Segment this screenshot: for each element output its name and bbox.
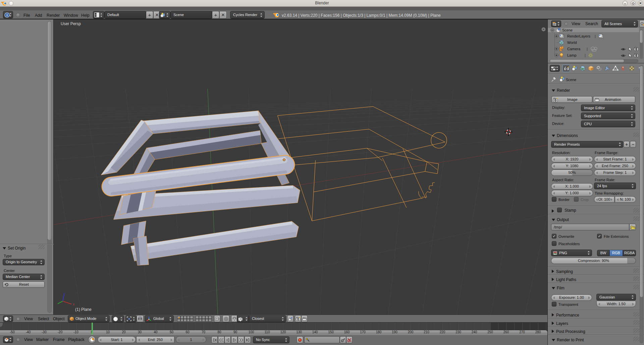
svg-text:|: | (595, 34, 596, 38)
svg-text:i: i (6, 13, 7, 17)
svg-text:x: x (73, 302, 74, 306)
svg-text:Scene: Scene (566, 78, 576, 82)
svg-text:Scene: Scene (562, 28, 573, 32)
svg-text:Camera: Camera (567, 47, 581, 51)
svg-text:|: | (587, 47, 588, 51)
svg-text:World: World (567, 41, 577, 45)
svg-text:Lamp: Lamp (567, 53, 577, 57)
svg-text:RenderLayers: RenderLayers (567, 34, 591, 38)
svg-text:|: | (585, 53, 586, 57)
